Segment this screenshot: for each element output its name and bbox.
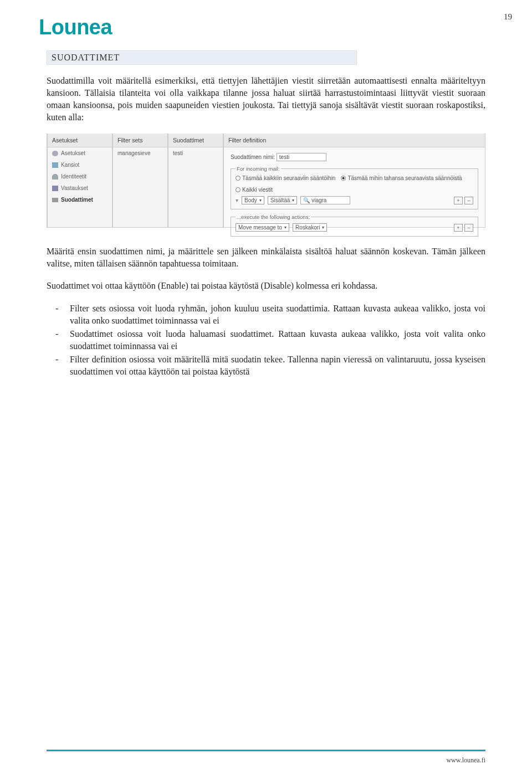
radio-match-any[interactable]: Täsmää mihin tahansa seuraavista säännöi… bbox=[341, 175, 462, 181]
footer-link: www.lounea.fi bbox=[446, 756, 485, 765]
sidebar-item-label: Vastaukset bbox=[61, 185, 88, 191]
add-action-button[interactable]: + bbox=[454, 224, 463, 232]
bullet-item: Suodattimet osiossa voit luoda haluamasi… bbox=[70, 328, 485, 352]
sidebar-item-label: Suodattimet bbox=[61, 197, 93, 203]
radio-icon bbox=[236, 176, 241, 181]
remove-action-button[interactable]: – bbox=[464, 224, 473, 232]
section-heading: SUODATTIMET bbox=[47, 50, 357, 65]
actions-legend: ...execute the following actions: bbox=[236, 214, 311, 220]
sidebar-item-suodattimet[interactable]: Suodattimet bbox=[48, 194, 112, 206]
add-condition-button[interactable]: + bbox=[454, 197, 463, 204]
filterset-label: managesieve bbox=[117, 150, 150, 156]
radio-label: Kaikki viestit bbox=[242, 187, 273, 193]
footer-rule bbox=[47, 750, 485, 751]
remove-condition-button[interactable]: – bbox=[464, 197, 473, 204]
action-folder-select[interactable]: Roskakori bbox=[293, 223, 327, 232]
sidebar-item-vastaukset[interactable]: Vastaukset bbox=[48, 182, 112, 194]
gear-icon bbox=[52, 151, 58, 156]
sidebar-item-asetukset[interactable]: Asetukset bbox=[48, 147, 112, 159]
filter-name-input[interactable]: testi bbox=[277, 153, 326, 161]
page-number: 19 bbox=[504, 12, 512, 22]
radio-label: Täsmää mihin tahansa seuraavista säännöi… bbox=[347, 175, 462, 181]
settings-header: Asetukset bbox=[48, 134, 112, 147]
bullet-item: Filter definition osiossa voit määritell… bbox=[70, 353, 485, 378]
filter-definition-header: Filter definition bbox=[224, 134, 485, 147]
logo-text: Lounea bbox=[39, 16, 112, 39]
sidebar-item-identiteetit[interactable]: Identiteetit bbox=[48, 171, 112, 182]
settings-column: Asetukset Asetukset Kansiot Identiteetit… bbox=[47, 134, 112, 227]
reply-icon bbox=[52, 186, 58, 191]
radio-match-all[interactable]: Täsmää kaikkiin seuraaviin sääntöihin bbox=[236, 175, 335, 181]
bullet-item: Filter sets osiossa voit luoda ryhmän, j… bbox=[70, 303, 485, 327]
radio-label: Täsmää kaikkiin seuraaviin sääntöihin bbox=[242, 175, 335, 181]
radio-icon bbox=[341, 176, 346, 181]
incoming-mail-legend: For incoming mail: bbox=[236, 166, 281, 172]
person-icon bbox=[52, 174, 58, 180]
suodattimet-header: Suodattimet bbox=[168, 134, 223, 147]
filter-definition-panel: Filter definition Suodattimen nimi: test… bbox=[223, 134, 485, 227]
incoming-mail-fieldset: For incoming mail: Täsmää kaikkiin seura… bbox=[231, 166, 478, 209]
bullet-list: Filter sets osiossa voit luoda ryhmän, j… bbox=[47, 303, 485, 378]
filtersets-column: Filter sets managesieve bbox=[112, 134, 167, 227]
sidebar-item-kansiot[interactable]: Kansiot bbox=[48, 159, 112, 171]
condition-value-input[interactable]: 🔍 viagra bbox=[300, 196, 350, 204]
intro-paragraph-1: Suodattimilla voit määritellä esimerkiks… bbox=[47, 75, 485, 124]
logo: Lounea bbox=[0, 0, 532, 39]
sidebar-item-label: Asetukset bbox=[61, 150, 85, 156]
actions-fieldset: ...execute the following actions: Move m… bbox=[231, 214, 478, 237]
radio-icon bbox=[236, 187, 241, 192]
folder-icon bbox=[52, 162, 58, 168]
filterset-item[interactable]: managesieve bbox=[113, 147, 167, 159]
suodatin-label: testi bbox=[173, 150, 183, 156]
condition-operator-select[interactable]: Sisältää bbox=[268, 196, 298, 204]
radio-all-messages[interactable]: Kaikki viestit bbox=[236, 187, 273, 193]
suodattimet-column: Suodattimet testi bbox=[167, 134, 223, 227]
sidebar-item-label: Identiteetit bbox=[61, 173, 86, 180]
filter-name-label: Suodattimen nimi: bbox=[231, 154, 275, 160]
filtersets-header: Filter sets bbox=[113, 134, 167, 147]
suodatin-item[interactable]: testi bbox=[168, 147, 223, 159]
action-type-select[interactable]: Move message to bbox=[236, 223, 289, 232]
sidebar-item-label: Kansiot bbox=[61, 162, 79, 168]
paragraph-2: Määritä ensin suodattimen nimi, ja määri… bbox=[47, 245, 485, 270]
filter-ui-screenshot: Asetukset Asetukset Kansiot Identiteetit… bbox=[47, 134, 485, 228]
condition-field-select[interactable]: Body bbox=[242, 196, 264, 204]
paragraph-3: Suodattimet voi ottaa käyttöön (Enable) … bbox=[47, 280, 485, 292]
filter-icon bbox=[52, 198, 58, 202]
